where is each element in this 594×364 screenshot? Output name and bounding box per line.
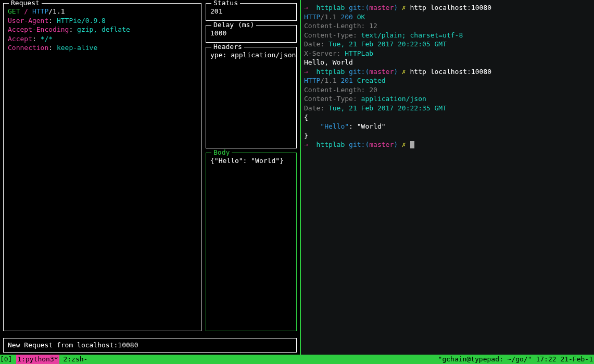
status-title: Status (211, 0, 240, 7)
request-title: Request (9, 0, 42, 7)
httplab-pane: Request GET / HTTP/1.1 User-Agent: HTTPi… (0, 0, 301, 355)
delay-panel[interactable]: Delay (ms) 1000 (206, 25, 297, 43)
term-line: → httplab git:(master) ✗ (304, 140, 591, 149)
status-panel[interactable]: Status 201 (206, 3, 297, 21)
message-bar: New Request from localhost:10080 (3, 338, 297, 353)
request-header: User-Agent: HTTPie/0.9.8 (8, 16, 197, 26)
body-value[interactable]: {"Hello": "World"} (210, 156, 292, 166)
term-line: Hello, World (304, 58, 591, 67)
delay-value[interactable]: 1000 (210, 29, 292, 38)
term-line: Date: Tue, 21 Feb 2017 20:22:05 GMT (304, 40, 591, 49)
request-header: Accept: */* (8, 34, 197, 44)
request-line: GET / HTTP/1.1 (8, 7, 197, 16)
term-line: "Hello": "World" (304, 122, 591, 131)
headers-panel[interactable]: Headers ype: application/json (206, 47, 297, 148)
body-title: Body (211, 148, 232, 156)
message-text: New Request from localhost:10080 (8, 341, 292, 350)
term-line: { (304, 113, 591, 122)
term-line: Content-Type: application/json (304, 94, 591, 104)
term-line: Content-Length: 12 (304, 21, 591, 31)
term-line: Date: Tue, 21 Feb 2017 20:22:35 GMT (304, 104, 591, 113)
tmux-window[interactable]: 2:zsh- (59, 355, 88, 364)
request-header: Accept-Encoding: gzip, deflate (8, 25, 197, 34)
term-line: HTTP/1.1 201 Created (304, 76, 591, 85)
tmux-session: [0] (0, 355, 16, 364)
term-line: Content-Length: 20 (304, 85, 591, 95)
delay-title: Delay (ms) (211, 21, 256, 29)
tmux-right: "gchain@typepad: ~/go/" 17:22 21-Feb-1 (438, 355, 594, 364)
term-line: HTTP/1.1 200 OK (304, 12, 591, 22)
headers-value[interactable]: ype: application/json (210, 51, 292, 60)
cursor (410, 141, 414, 148)
term-line: Content-Type: text/plain; charset=utf-8 (304, 31, 591, 40)
headers-title: Headers (211, 43, 244, 51)
status-value[interactable]: 201 (210, 7, 292, 16)
term-line: → httplab git:(master) ✗ http localhost:… (304, 67, 591, 77)
body-panel[interactable]: Body {"Hello": "World"} (206, 153, 297, 331)
term-line: → httplab git:(master) ✗ http localhost:… (304, 3, 591, 12)
tmux-window-active[interactable]: 1:python3* (16, 355, 59, 364)
tmux-statusbar: [0] 1:python3* 2:zsh- "gchain@typepad: ~… (0, 355, 594, 364)
shell-pane[interactable]: → httplab git:(master) ✗ http localhost:… (301, 0, 594, 355)
term-line: } (304, 131, 591, 141)
term-line: X-Server: HTTPLab (304, 49, 591, 58)
request-panel[interactable]: Request GET / HTTP/1.1 User-Agent: HTTPi… (3, 3, 201, 331)
request-header: Connection: keep-alive (8, 43, 197, 53)
